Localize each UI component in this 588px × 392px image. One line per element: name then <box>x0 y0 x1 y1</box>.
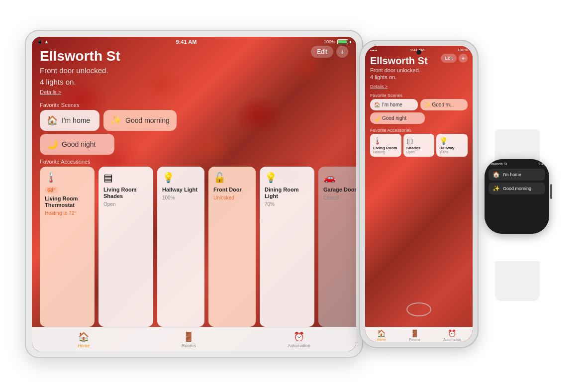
iphone-tab-home[interactable]: 🏠 Home <box>377 329 386 341</box>
iphone-content: ••••• 9:41 AM 100% Edit + Ellsworth St F… <box>365 46 473 342</box>
dining-light-name: Dining Room Light <box>265 187 309 199</box>
iphone-scenes-row: 🏠 I'm home ✨ Good m... <box>365 99 473 110</box>
thermostat-temp: 68° <box>45 187 58 194</box>
favorite-scenes-label: Favorite Scenes <box>32 98 356 110</box>
iphone-shades-status: Open <box>406 150 415 154</box>
iphone-scene-morning[interactable]: ✨ Good m... <box>420 99 468 110</box>
scene-good-night[interactable]: 🌙 Good night <box>40 134 114 155</box>
garage-status: Closed <box>323 195 339 200</box>
accessory-garage[interactable]: 🚗 Garage Door Closed <box>318 167 356 327</box>
iphone-signal: ••••• <box>370 48 377 52</box>
accessories-row: 🌡️ 68° Living Room Thermostat Heating to… <box>32 167 356 327</box>
iphone-accessories-row: 🌡️ Living Room Heating ▤ Shades Open 💡 H… <box>370 134 468 157</box>
iphone-good-night-row: 🌙 Good night <box>365 110 473 124</box>
front-door-icon: 🔓 <box>213 172 226 184</box>
shades-name: Living Room Shades <box>103 187 148 199</box>
iphone-accessories-label: Favorite Accessories <box>370 126 468 134</box>
iphone-acc-shades[interactable]: ▤ Shades Open <box>403 134 435 157</box>
iphone-home-icon: 🏠 <box>374 102 380 107</box>
iphone-home-tab-label: Home <box>377 338 386 341</box>
scene-im-home[interactable]: 🏠 I'm home <box>40 110 99 131</box>
accessory-shades[interactable]: ▤ Living Room Shades Open <box>98 167 153 327</box>
ipad-status-bar: 📱 ▲ 9:41 AM 100% <box>32 37 356 47</box>
iphone-details-link[interactable]: Details > <box>370 84 388 89</box>
home-scene-label: I'm home <box>62 116 90 124</box>
shades-icon: ▤ <box>103 172 113 184</box>
home-title: Ellsworth St <box>40 49 348 64</box>
ipad-label-icon: 📱 <box>37 39 42 44</box>
iphone-acc-light[interactable]: 💡 Hallway 100% <box>436 134 468 157</box>
watch-scene-list: 🏠 I'm home ✨ Good morning <box>485 167 549 196</box>
favorite-accessories-label: Favorite Accessories <box>32 155 356 167</box>
iphone-thermostat-status: Heating <box>373 150 385 154</box>
garage-name: Garage Door <box>323 187 356 193</box>
tab-automation[interactable]: ⏰ Automation <box>280 330 318 349</box>
hallway-light-icon: 💡 <box>162 172 175 184</box>
details-link[interactable]: Details > <box>40 89 61 95</box>
status-left: 📱 ▲ <box>37 39 49 44</box>
thermostat-name: Living Room Thermostat <box>45 196 90 208</box>
iphone-header: Ellsworth St Front door unlocked. 4 ligh… <box>365 53 473 91</box>
garage-icon: 🚗 <box>323 172 336 184</box>
iphone-home-button[interactable] <box>406 302 431 316</box>
status-right: 100% <box>324 39 351 44</box>
home-tab-icon: 🏠 <box>78 331 89 342</box>
home-scene-icon: 🏠 <box>47 115 58 126</box>
scene-good-morning[interactable]: ✨ Good morning <box>103 110 177 131</box>
accessory-front-door[interactable]: 🔓 Front Door Unlocked <box>208 167 256 327</box>
watch-crown-button[interactable] <box>550 184 552 199</box>
iphone-home-tab-icon: 🏠 <box>377 329 386 337</box>
thermostat-status: Heating to 72° <box>45 210 77 216</box>
add-button[interactable]: + <box>336 46 348 58</box>
accessory-hallway-light[interactable]: 💡 Hallway Light 100% <box>157 167 204 327</box>
iphone-scenes-label: Favorite Scenes <box>365 91 473 99</box>
shades-status: Open <box>103 201 115 207</box>
accessory-dining-light[interactable]: 💡 Dining Room Light 70% <box>260 167 314 327</box>
app-scene: 📱 ▲ 9:41 AM 100% Edit + <box>0 0 588 392</box>
good-night-row: 🌙 Good night <box>32 131 356 155</box>
morning-scene-icon: ✨ <box>110 115 121 126</box>
iphone-accessories-section: Favorite Accessories 🌡️ Living Room Heat… <box>365 124 473 157</box>
iphone-scene-night[interactable]: 🌙 Good night <box>370 112 425 124</box>
iphone-automation-tab-icon: ⏰ <box>448 329 456 337</box>
iphone-light-status: 100% <box>439 150 448 154</box>
watch-item-morning[interactable]: ✨ Good morning <box>489 183 545 195</box>
battery-tip <box>350 41 351 43</box>
iphone-thermostat-name: Living Room <box>373 146 397 151</box>
front-door-name: Front Door <box>213 187 242 193</box>
home-tab-label: Home <box>78 343 90 348</box>
thermostat-icon: 🌡️ <box>45 172 57 184</box>
iphone-thermostat-icon: 🌡️ <box>373 137 382 145</box>
night-scene-icon: 🌙 <box>47 139 58 150</box>
watch-body: Ellsworth St 9:41 🏠 I'm home ✨ Good morn… <box>485 159 549 234</box>
iphone-scene-home[interactable]: 🏠 I'm home <box>370 99 418 110</box>
tab-home[interactable]: 🏠 Home <box>70 330 98 349</box>
ipad-time: 9:41 AM <box>176 39 197 45</box>
night-scene-label: Good night <box>62 140 96 148</box>
apple-watch-device: Ellsworth St 9:41 🏠 I'm home ✨ Good morn… <box>474 154 561 269</box>
iphone-night-icon: 🌙 <box>374 115 380 121</box>
accessory-thermostat[interactable]: 🌡️ 68° Living Room Thermostat Heating to… <box>40 167 95 327</box>
iphone-automation-tab-label: Automation <box>443 338 461 341</box>
automation-tab-label: Automation <box>288 343 310 348</box>
hallway-light-status: 100% <box>162 195 175 200</box>
watch-item-home[interactable]: 🏠 I'm home <box>489 169 545 181</box>
front-door-status: Unlocked <box>213 195 234 200</box>
scenes-row: 🏠 I'm home ✨ Good morning <box>32 110 356 131</box>
home-subtitle-line1: Front door unlocked. <box>40 65 348 76</box>
watch-morning-label: Good morning <box>503 186 531 191</box>
iphone-tab-rooms[interactable]: 🚪 Rooms <box>409 329 420 341</box>
watch-band-bottom <box>495 261 540 301</box>
dining-light-status: 70% <box>265 201 275 207</box>
tab-rooms[interactable]: 🚪 Rooms <box>174 330 204 349</box>
rooms-tab-label: Rooms <box>182 343 196 348</box>
iphone-battery: 100% <box>458 48 468 52</box>
watch-home-label: I'm home <box>503 172 521 177</box>
iphone-device: ••••• 9:41 AM 100% Edit + Ellsworth St F… <box>359 40 479 348</box>
iphone-acc-thermostat[interactable]: 🌡️ Living Room Heating <box>370 134 401 157</box>
iphone-light-icon: 💡 <box>439 137 448 145</box>
edit-button[interactable]: Edit <box>311 46 333 58</box>
iphone-tab-automation[interactable]: ⏰ Automation <box>443 329 461 341</box>
iphone-light-name: Hallway <box>439 146 454 151</box>
watch-home-icon: 🏠 <box>492 171 500 178</box>
